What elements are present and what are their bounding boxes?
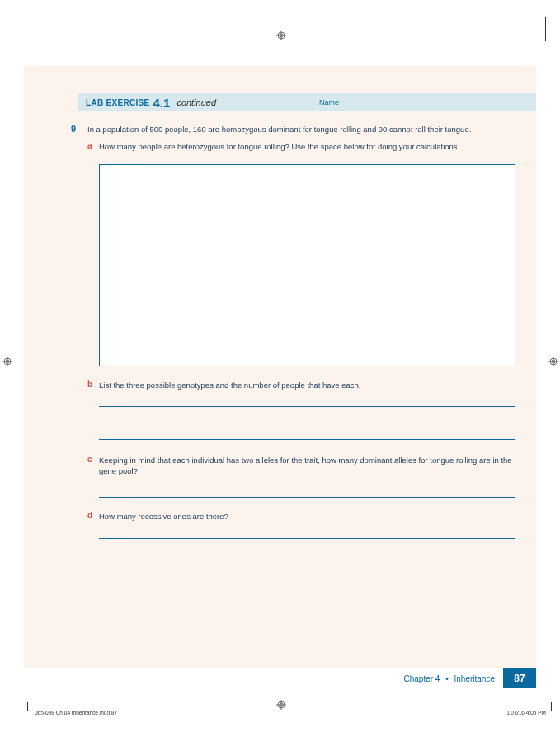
- question-9: 9 In a population of 500 people, 160 are…: [71, 124, 515, 135]
- question-9c: c Keeping in mind that each individual h…: [87, 455, 515, 477]
- name-input-line[interactable]: [342, 98, 462, 106]
- crop-mark: [0, 68, 8, 68]
- subpart-letter: a: [87, 141, 99, 152]
- crop-mark: [551, 702, 552, 711]
- registration-mark-icon: [276, 31, 286, 40]
- question-number: 9: [71, 124, 87, 135]
- crop-mark: [27, 702, 28, 711]
- subpart-letter: d: [87, 511, 99, 522]
- chapter-label: Chapter 4 • Inheritance: [404, 674, 495, 683]
- question-text: In a population of 500 people, 160 are h…: [87, 124, 471, 135]
- question-9a: a How many people are heterozygous for t…: [87, 141, 515, 152]
- answer-line[interactable]: [99, 484, 515, 498]
- subpart-text: Keeping in mind that each individual has…: [99, 455, 515, 477]
- crop-mark: [552, 68, 560, 68]
- indesign-footer: 065-098 Ch 04 Inheritance.indd 87 11/3/1…: [35, 710, 546, 715]
- page-number-tab: 87: [503, 668, 536, 688]
- registration-mark-icon: [2, 357, 12, 366]
- page-body: LAB EXERCISE 4.1 continued Name 9 In a p…: [24, 66, 536, 688]
- question-9d: d How many recessive ones are there?: [87, 511, 515, 522]
- subpart-letter: b: [87, 380, 99, 390]
- separator-icon: •: [445, 674, 449, 683]
- subpart-text: How many recessive ones are there?: [99, 511, 228, 522]
- content-area: 9 In a population of 500 people, 160 are…: [71, 124, 515, 539]
- crop-mark: [545, 17, 546, 41]
- chapter-title: Inheritance: [454, 674, 495, 683]
- footer: Chapter 4 • Inheritance 87: [404, 668, 536, 688]
- registration-mark-icon: [548, 357, 558, 366]
- answer-line[interactable]: [99, 526, 515, 539]
- answer-line[interactable]: [99, 394, 515, 407]
- lab-header: LAB EXERCISE 4.1 continued Name: [78, 93, 536, 111]
- page-number: 87: [514, 673, 525, 684]
- name-label: Name: [319, 98, 339, 106]
- calculation-box[interactable]: [99, 164, 515, 366]
- answer-line[interactable]: [99, 427, 515, 440]
- timestamp: 11/3/16 4:05 PM: [506, 710, 546, 715]
- subpart-text: How many people are heterozygous for ton…: [99, 141, 459, 152]
- registration-mark-icon: [276, 700, 286, 710]
- lab-exercise-label: LAB EXERCISE: [86, 98, 150, 107]
- answer-line[interactable]: [99, 410, 515, 423]
- question-9b: b List the three possible genotypes and …: [87, 380, 515, 390]
- continued-label: continued: [176, 97, 216, 107]
- crop-mark: [35, 17, 35, 41]
- lab-number: 4.1: [153, 96, 171, 110]
- subpart-letter: c: [87, 455, 99, 477]
- chapter-number: Chapter 4: [404, 674, 440, 683]
- subpart-text: List the three possible genotypes and th…: [99, 380, 360, 390]
- file-info: 065-098 Ch 04 Inheritance.indd 87: [35, 710, 117, 715]
